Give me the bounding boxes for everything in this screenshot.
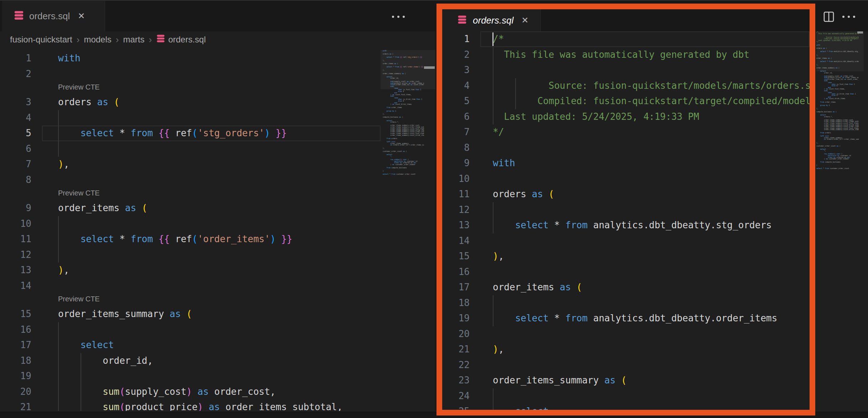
code-line: 4 Source: fusion-quickstart/models/marts… — [442, 78, 810, 94]
code-line-text: order_id, — [58, 353, 153, 369]
code-token: ) — [493, 251, 498, 261]
tab-label: orders.sql — [29, 11, 70, 22]
line-number: 18 — [0, 353, 31, 369]
code-line: 17order_items as ( — [442, 280, 810, 295]
code-line: 9order_items as ( — [0, 200, 381, 216]
code-token: as — [532, 189, 543, 199]
code-token — [276, 234, 281, 244]
code-line: 8 — [0, 172, 381, 188]
line-number: 8 — [442, 140, 470, 156]
line-number: 6 — [442, 109, 470, 125]
code-line: 14 — [442, 233, 810, 249]
code-token: as — [560, 282, 571, 292]
line-number: 2 — [442, 47, 470, 63]
code-line: 9with — [442, 156, 810, 171]
tab-orders-sql-left[interactable]: orders.sql ✕ — [2, 1, 105, 31]
line-number: 9 — [0, 200, 31, 216]
right-minimap-slider[interactable] — [816, 31, 864, 71]
line-number: 18 — [442, 295, 470, 311]
code-line-text: ), — [493, 249, 504, 264]
code-line: 22 — [442, 357, 810, 373]
codelens-preview-cte[interactable]: Preview CTE — [58, 295, 100, 303]
codelens-row: Preview CTE — [0, 82, 381, 95]
code-line: 16 — [442, 264, 810, 280]
code-token: ( — [192, 128, 198, 138]
code-token — [571, 282, 577, 292]
code-line-text: ), — [58, 262, 69, 278]
code-token — [58, 386, 103, 397]
code-line: 16 — [0, 322, 381, 338]
line-number: 12 — [0, 247, 31, 263]
code-line-text: orders as ( — [493, 187, 554, 202]
left-minimap-slider[interactable] — [381, 50, 435, 89]
code-line-text: orders as ( — [58, 95, 119, 110]
close-icon[interactable]: ✕ — [78, 11, 85, 21]
left-overview-ruler-cursor — [424, 66, 435, 69]
code-token: ) — [186, 386, 192, 397]
indent-guide — [58, 141, 59, 157]
code-line-text: /* — [493, 31, 504, 47]
code-token: order_items_summary — [493, 375, 604, 386]
line-number: 9 — [442, 156, 470, 171]
code-token: This file was automatically generated by… — [493, 49, 749, 60]
code-token: with — [58, 53, 81, 63]
more-actions-icon-right[interactable] — [842, 16, 855, 18]
tab-label: orders.sql — [473, 15, 513, 26]
bottom-strip — [0, 411, 868, 418]
code-token: with — [493, 158, 515, 168]
code-token: ( — [142, 203, 148, 213]
code-line-text: sum(supply_cost) as order_cost, — [58, 384, 276, 400]
code-token: * — [114, 128, 131, 138]
line-number: 5 — [0, 126, 31, 141]
code-line-text: Source: fusion-quickstart/models/marts/o… — [493, 78, 810, 94]
line-number: 3 — [442, 62, 470, 78]
code-token — [493, 220, 515, 230]
line-number: 20 — [0, 384, 31, 400]
code-token: ( — [114, 97, 120, 107]
compiled-preview-pane: orders.sql ✕ 1/*2 This file was automati… — [442, 9, 810, 410]
code-line: 15), — [442, 249, 810, 264]
breadcrumb-item-fusion-quickstart[interactable]: fusion-quickstart — [10, 35, 72, 45]
left-code-editor[interactable]: 1with2Preview CTE3orders as (45 select *… — [0, 51, 381, 418]
code-token: ( — [192, 234, 198, 244]
code-token: {{ — [159, 128, 170, 138]
code-token: * — [549, 220, 565, 230]
code-line-text: with — [493, 156, 515, 171]
line-number: 8 — [0, 172, 31, 188]
code-token: as — [125, 203, 136, 213]
breadcrumb-item-marts[interactable]: marts — [123, 35, 144, 45]
close-icon[interactable]: ✕ — [521, 15, 528, 25]
more-actions-icon[interactable] — [392, 16, 405, 18]
line-number: 23 — [442, 373, 470, 388]
code-token: Last updated: 5/24/2025, 4:19:33 PM — [493, 111, 699, 122]
code-token: ) — [493, 344, 498, 355]
codelens-preview-cte[interactable]: Preview CTE — [58, 83, 100, 91]
code-line: 10 — [0, 216, 381, 232]
code-token: ( — [186, 309, 192, 319]
code-token — [181, 309, 186, 319]
line-number: 4 — [442, 78, 470, 94]
code-line: 7), — [0, 157, 381, 172]
code-line-text: ), — [58, 157, 69, 172]
codelens-preview-cte[interactable]: Preview CTE — [58, 189, 100, 197]
line-number: 22 — [442, 357, 470, 373]
breadcrumb-item-orders.sql[interactable]: orders.sql — [168, 35, 206, 45]
code-token — [153, 128, 159, 138]
line-number: 16 — [0, 322, 31, 338]
code-line: 5 Compiled: fusion-quickstart/target/com… — [442, 93, 810, 109]
code-token: orders — [493, 189, 532, 199]
tab-orders-sql-preview[interactable]: orders.sql ✕ — [442, 9, 541, 31]
code-line: 12 — [0, 247, 381, 263]
split-editor-icon[interactable] — [823, 11, 835, 24]
code-token: ref — [170, 128, 192, 138]
indent-guide — [58, 247, 59, 263]
compiled-code-editor[interactable]: 1/*2 This file was automatically generat… — [442, 31, 810, 410]
code-token — [493, 406, 515, 410]
code-line: 25 select — [442, 404, 810, 410]
code-line: 4 — [0, 110, 381, 126]
line-number: 5 — [442, 93, 470, 109]
code-token: * — [114, 234, 131, 244]
breadcrumb-item-models[interactable]: models — [84, 35, 111, 45]
indent-guide — [493, 62, 494, 78]
code-token: from — [131, 234, 153, 244]
